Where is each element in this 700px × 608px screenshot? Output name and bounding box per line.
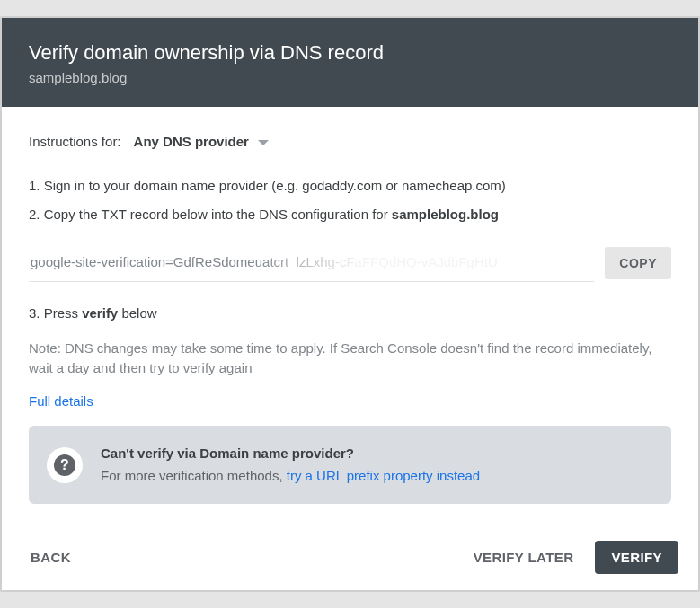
callout-body-prefix: For more verification methods, bbox=[101, 468, 287, 483]
provider-selected: Any DNS provider bbox=[134, 132, 249, 153]
verify-later-button[interactable]: VERIFY LATER bbox=[465, 542, 583, 572]
txt-record-row: google-site-verification=GdfReSdomeuatcr… bbox=[29, 245, 671, 283]
help-icon-circle: ? bbox=[47, 447, 83, 483]
url-prefix-link[interactable]: try a URL prefix property instead bbox=[287, 468, 480, 483]
question-icon: ? bbox=[54, 454, 75, 476]
step-3: 3. Press verify below bbox=[29, 304, 671, 324]
provider-row: Instructions for: Any DNS provider bbox=[29, 132, 671, 153]
callout-text: Can't verify via Domain name provider? F… bbox=[101, 444, 480, 486]
verify-button[interactable]: VERIFY bbox=[595, 541, 678, 574]
step-2: 2. Copy the TXT record below into the DN… bbox=[29, 205, 671, 225]
provider-label: Instructions for: bbox=[29, 132, 121, 153]
step-2-domain: sampleblog.blog bbox=[392, 207, 499, 222]
step-3-prefix: 3. Press bbox=[29, 305, 82, 321]
dialog-domain: sampleblog.blog bbox=[29, 70, 671, 85]
alt-verify-callout: ? Can't verify via Domain name provider?… bbox=[29, 426, 671, 504]
step-3-suffix: below bbox=[118, 305, 156, 321]
dialog-header: Verify domain ownership via DNS record s… bbox=[2, 18, 698, 107]
full-details-link[interactable]: Full details bbox=[29, 392, 671, 412]
copy-button[interactable]: COPY bbox=[605, 247, 671, 279]
dialog-footer: BACK VERIFY LATER VERIFY bbox=[2, 524, 698, 590]
callout-title: Can't verify via Domain name provider? bbox=[101, 444, 480, 464]
txt-record-value: google-site-verification=GdfReSdomeuatcr… bbox=[31, 254, 498, 269]
step-2-text: 2. Copy the TXT record below into the DN… bbox=[29, 207, 392, 222]
callout-body: For more verification methods, try a URL… bbox=[101, 466, 480, 487]
back-button[interactable]: BACK bbox=[22, 542, 80, 572]
dialog-content: Instructions for: Any DNS provider 1. Si… bbox=[2, 107, 698, 524]
provider-select[interactable]: Any DNS provider bbox=[134, 132, 269, 153]
step-1: 1. Sign in to your domain name provider … bbox=[29, 176, 671, 197]
chevron-down-icon bbox=[258, 140, 269, 145]
verify-domain-dialog: Verify domain ownership via DNS record s… bbox=[0, 16, 700, 592]
dns-note: Note: DNS changes may take some time to … bbox=[29, 339, 671, 379]
txt-record-field[interactable]: google-site-verification=GdfReSdomeuatcr… bbox=[29, 245, 594, 283]
step-3-bold: verify bbox=[82, 305, 118, 321]
dialog-title: Verify domain ownership via DNS record bbox=[29, 41, 671, 65]
